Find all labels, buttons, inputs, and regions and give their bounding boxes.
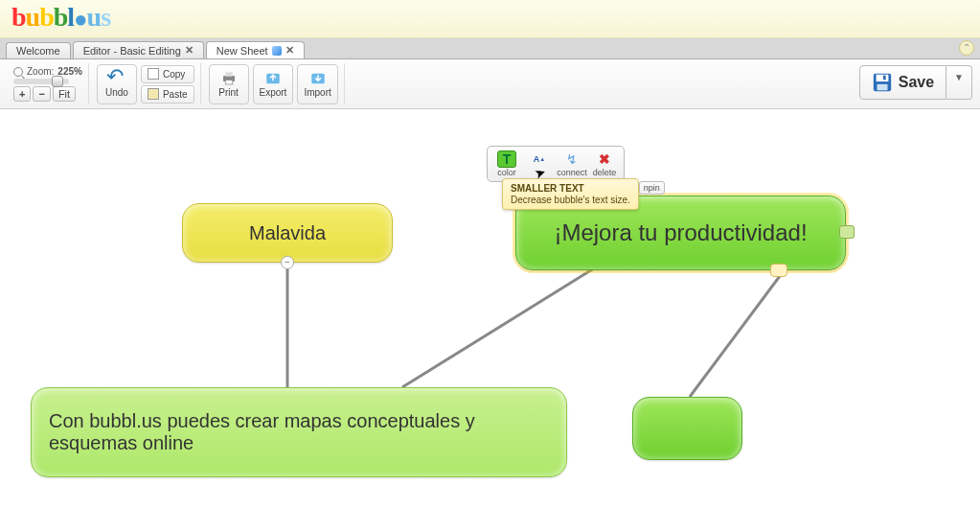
import-button[interactable]: Import bbox=[297, 64, 337, 104]
bubble-text: Malavida bbox=[249, 222, 326, 244]
svg-rect-8 bbox=[883, 76, 886, 81]
zoom-out-button[interactable]: − bbox=[33, 86, 50, 102]
svg-rect-2 bbox=[225, 81, 233, 85]
zoom-in-button[interactable]: + bbox=[13, 86, 31, 102]
text-size-icon: A▲ bbox=[530, 150, 549, 168]
undo-icon: ↶ bbox=[106, 70, 127, 87]
svg-rect-6 bbox=[876, 75, 888, 81]
magnifier-icon bbox=[13, 67, 23, 77]
bubble-delete-button[interactable]: ✖ delete bbox=[589, 150, 620, 178]
app-logo: bubbl●us bbox=[11, 2, 110, 32]
bubble-text: Con bubbl.us puedes crear mapas conceptu… bbox=[49, 410, 549, 454]
tab-welcome[interactable]: Welcome bbox=[6, 42, 71, 58]
zoom-group: Zoom: 225% + − Fit bbox=[8, 63, 89, 104]
save-dropdown-button[interactable]: ▼ bbox=[946, 65, 972, 100]
printer-icon bbox=[218, 70, 239, 87]
collapse-toolbar-button[interactable]: ⌃ bbox=[959, 40, 974, 56]
tab-label: New Sheet bbox=[217, 45, 268, 57]
app-header: bubbl●us bbox=[0, 0, 980, 38]
paste-button[interactable]: Paste bbox=[141, 85, 194, 104]
copy-button[interactable]: Copy bbox=[141, 65, 194, 83]
svg-rect-1 bbox=[225, 72, 233, 77]
svg-line-10 bbox=[402, 268, 594, 387]
bubble-size-button[interactable]: A▲ s bbox=[524, 150, 555, 178]
tooltip-description: Decrease bubble's text size. bbox=[511, 195, 630, 205]
svg-rect-7 bbox=[877, 84, 887, 90]
tooltip-title: SMALLER TEXT bbox=[511, 183, 630, 194]
delete-icon: ✖ bbox=[595, 150, 614, 168]
svg-line-11 bbox=[690, 268, 786, 397]
sheet-icon bbox=[272, 46, 282, 56]
floppy-icon bbox=[872, 72, 893, 93]
save-button[interactable]: Save bbox=[859, 65, 946, 100]
zoom-label: Zoom: bbox=[27, 66, 54, 77]
bubble-color-button[interactable]: T color bbox=[491, 150, 522, 178]
tab-label: Editor - Basic Editing bbox=[83, 45, 181, 57]
attach-icon[interactable] bbox=[839, 225, 855, 239]
tab-new-sheet[interactable]: New Sheet ✕ bbox=[206, 41, 305, 58]
diagram-canvas[interactable]: Malavida − ¡Mejora tu productividad! Con… bbox=[0, 109, 980, 507]
import-icon bbox=[308, 70, 329, 87]
document-tabs: Welcome Editor - Basic Editing ✕ New She… bbox=[0, 38, 980, 59]
connect-icon: ↯ bbox=[562, 150, 581, 168]
connector-handle[interactable]: − bbox=[281, 256, 294, 269]
copy-icon bbox=[148, 68, 159, 80]
bubble-malavida[interactable]: Malavida − bbox=[182, 203, 393, 263]
tab-label: Welcome bbox=[16, 45, 60, 57]
tooltip-smaller-text: SMALLER TEXT Decrease bubble's text size… bbox=[502, 178, 639, 210]
bubble-description[interactable]: Con bubbl.us puedes crear mapas conceptu… bbox=[31, 387, 567, 477]
print-button[interactable]: Print bbox=[209, 64, 249, 104]
main-toolbar: Zoom: 225% + − Fit ↶ Undo Copy Paste bbox=[0, 59, 980, 109]
zoom-fit-button[interactable]: Fit bbox=[53, 86, 76, 102]
zoom-slider[interactable] bbox=[13, 79, 69, 84]
close-icon[interactable]: ✕ bbox=[185, 44, 194, 57]
tab-editor-basic[interactable]: Editor - Basic Editing ✕ bbox=[73, 41, 204, 58]
unpin-button[interactable]: npin bbox=[639, 181, 665, 195]
bubble-context-toolbar: T color A▲ s ↯ connect ✖ delete bbox=[487, 146, 625, 182]
close-icon[interactable]: ✕ bbox=[285, 44, 294, 57]
color-icon: T bbox=[497, 150, 516, 168]
undo-button[interactable]: ↶ Undo bbox=[97, 64, 137, 104]
bubble-text: ¡Mejora tu productividad! bbox=[554, 219, 807, 246]
export-icon bbox=[262, 70, 284, 87]
add-child-handle[interactable] bbox=[770, 264, 787, 277]
paste-icon bbox=[148, 88, 159, 100]
bubble-connect-button[interactable]: ↯ connect bbox=[557, 150, 587, 178]
bubble-empty[interactable] bbox=[632, 397, 742, 460]
export-button[interactable]: Export bbox=[253, 64, 294, 104]
